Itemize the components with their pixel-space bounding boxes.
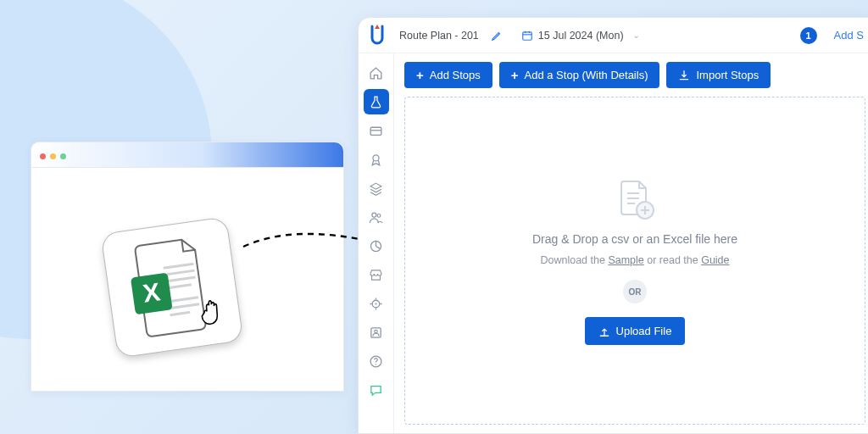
nav-chat[interactable] — [364, 377, 389, 403]
add-stops-label: Add Stops — [430, 69, 481, 81]
import-stops-label: Import Stops — [696, 69, 759, 81]
svg-point-22 — [375, 330, 378, 333]
side-nav — [359, 53, 394, 433]
guide-link[interactable]: Guide — [701, 254, 729, 266]
step-number-badge: 1 — [800, 27, 817, 44]
app-header: Route Plan - 201 15 Jul 2024 (Mon) ⌄ 1 A… — [359, 18, 868, 53]
window-controls — [40, 147, 70, 163]
edit-icon[interactable] — [491, 30, 503, 42]
nav-orders[interactable] — [364, 118, 389, 143]
store-icon — [369, 268, 383, 282]
target-icon — [369, 297, 383, 311]
date-text: 15 Jul 2024 (Mon) — [538, 30, 624, 42]
file-add-icon — [611, 176, 659, 224]
upload-file-label: Upload File — [616, 325, 672, 337]
dropzone-title: Drag & Drop a csv or an Excel file here — [532, 232, 737, 246]
svg-point-15 — [373, 154, 379, 160]
add-stop-details-label: Add a Stop (With Details) — [525, 69, 648, 81]
browser-titlebar — [31, 142, 343, 168]
main-pane: + Add Stops + Add a Stop (With Details) … — [394, 53, 868, 433]
app-logo-icon — [369, 25, 386, 47]
chevron-down-icon: ⌄ — [632, 30, 640, 41]
svg-rect-13 — [370, 127, 381, 135]
pie-icon — [369, 239, 383, 253]
nav-contacts[interactable] — [364, 320, 389, 345]
chat-icon — [369, 383, 383, 398]
route-plan-title: Route Plan - 201 — [399, 30, 479, 42]
layers-icon — [369, 181, 383, 196]
import-icon — [678, 70, 690, 81]
step-label: Add S — [834, 29, 864, 42]
svg-point-24 — [376, 364, 376, 364]
add-stop-details-button[interactable]: + Add a Stop (With Details) — [499, 62, 660, 88]
nav-layers[interactable] — [364, 175, 389, 201]
svg-point-17 — [377, 214, 381, 217]
add-stops-button[interactable]: + Add Stops — [404, 62, 492, 88]
badge-icon — [369, 153, 383, 167]
svg-point-16 — [372, 213, 376, 217]
nav-help[interactable] — [364, 348, 389, 374]
dropzone-subtext: Download the Sample or read the Guide — [540, 254, 729, 266]
upload-file-button[interactable]: Upload File — [585, 317, 686, 345]
calendar-icon — [521, 30, 533, 42]
nav-analytics[interactable] — [364, 233, 389, 259]
date-selector[interactable]: 15 Jul 2024 (Mon) ⌄ — [521, 30, 640, 42]
import-stops-button[interactable]: Import Stops — [666, 62, 771, 88]
users-icon — [369, 210, 383, 225]
app-window: Route Plan - 201 15 Jul 2024 (Mon) ⌄ 1 A… — [358, 17, 868, 434]
upload-icon — [598, 326, 610, 337]
card-icon — [369, 124, 383, 138]
excel-file-card: X — [100, 216, 243, 358]
grab-cursor-icon — [196, 294, 232, 331]
sample-link[interactable]: Sample — [608, 254, 643, 266]
file-dropzone[interactable]: Drag & Drop a csv or an Excel file here … — [404, 97, 865, 425]
svg-rect-9 — [523, 31, 532, 39]
id-icon — [369, 326, 383, 340]
or-divider: OR — [623, 280, 647, 303]
home-icon — [369, 66, 383, 81]
nav-routes[interactable] — [364, 89, 389, 114]
help-icon — [369, 354, 383, 369]
action-bar: + Add Stops + Add a Stop (With Details) … — [404, 62, 865, 88]
nav-tracking[interactable] — [364, 291, 389, 316]
flask-icon — [369, 95, 383, 109]
nav-badge[interactable] — [364, 147, 389, 172]
svg-point-20 — [375, 303, 376, 304]
nav-home[interactable] — [364, 60, 389, 86]
nav-store[interactable] — [364, 262, 389, 287]
nav-users[interactable] — [364, 204, 389, 230]
